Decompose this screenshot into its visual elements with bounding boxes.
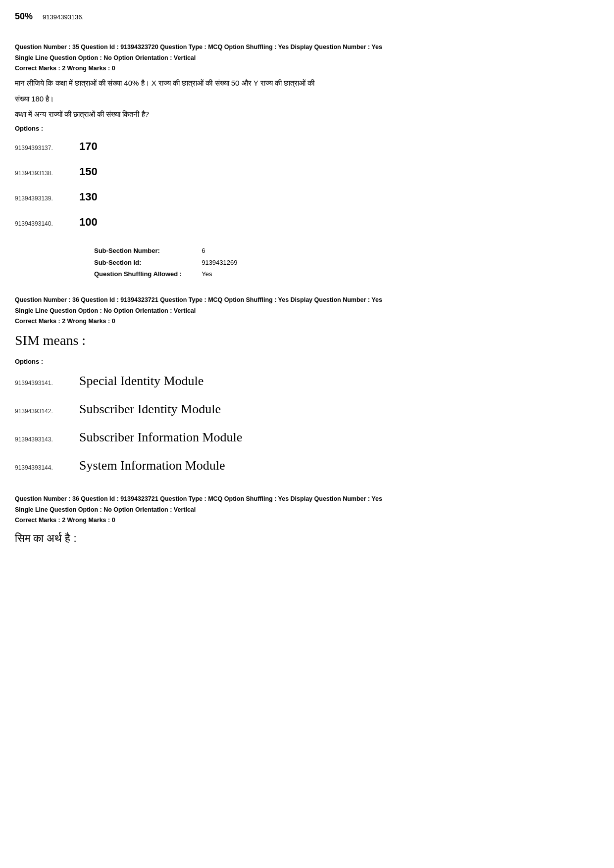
- option-36-4-value: System Information Module: [79, 456, 225, 475]
- option-36-2-value: Subscriber Identity Module: [79, 399, 221, 419]
- option-35-3: 91394393139. 130: [15, 189, 599, 205]
- option-35-3-id: 91394393139.: [15, 194, 74, 203]
- question-36-hi-correct-marks: Correct Marks : 2 Wrong Marks : 0: [15, 516, 599, 525]
- question-35-options-label: Options :: [15, 124, 599, 134]
- option-36-1-value: Special Identity Module: [79, 371, 204, 390]
- question-36-en-text: SIM means :: [15, 330, 599, 351]
- subsection-value2: 9139431269: [202, 257, 257, 269]
- subsection-block: Sub-Section Number: 6 Sub-Section Id: 91…: [94, 245, 599, 280]
- question-35-text-line2: संख्या 180 है।: [15, 93, 599, 105]
- option-36-4-id: 91394393144.: [15, 463, 74, 472]
- option-35-4-value: 100: [79, 214, 98, 230]
- option-35-1-id: 91394393137.: [15, 144, 74, 152]
- question-36-hi-meta-line2: Single Line Question Option : No Option …: [15, 505, 599, 515]
- question-36-en-correct-marks: Correct Marks : 2 Wrong Marks : 0: [15, 317, 599, 326]
- option-35-2-value: 150: [79, 163, 98, 180]
- option-36-4: 91394393144. System Information Module: [15, 456, 599, 475]
- percent-header: 50%: [15, 10, 33, 23]
- option-36-3-value: Subscriber Information Module: [79, 428, 242, 447]
- option-36-2-id: 91394393142.: [15, 407, 74, 416]
- question-36-hi-meta-line1: Question Number : 36 Question Id : 91394…: [15, 494, 599, 504]
- subsection-label3: Question Shuffling Allowed :: [94, 268, 202, 280]
- option-35-4-id: 91394393140.: [15, 219, 74, 228]
- option-35-2-id: 91394393138.: [15, 169, 74, 178]
- subsection-label2: Sub-Section Id:: [94, 257, 202, 269]
- option-35-3-value: 130: [79, 189, 98, 205]
- option-35-1-value: 170: [79, 138, 98, 154]
- option-35-2: 91394393138. 150: [15, 163, 599, 180]
- option-35-4: 91394393140. 100: [15, 214, 599, 230]
- question-36-en-meta-line1: Question Number : 36 Question Id : 91394…: [15, 295, 599, 305]
- question-36-hi-block: Question Number : 36 Question Id : 91394…: [15, 494, 599, 547]
- subsection-value1: 6: [202, 245, 257, 257]
- top-id: 91394393136.: [43, 12, 84, 22]
- option-36-1: 91394393141. Special Identity Module: [15, 371, 599, 390]
- option-36-3: 91394393143. Subscriber Information Modu…: [15, 428, 599, 447]
- question-35-text-line1: मान लीजिये कि कक्षा में छात्राओं की संख्…: [15, 77, 599, 90]
- option-36-2: 91394393142. Subscriber Identity Module: [15, 399, 599, 419]
- question-35-meta-line2: Single Line Question Option : No Option …: [15, 53, 599, 63]
- option-36-3-id: 91394393143.: [15, 435, 74, 444]
- question-35-text-line3: कक्षा में अन्य राज्यों की छात्राओं की सं…: [15, 108, 599, 121]
- question-36-hi-text: सिम का अर्थ है :: [15, 529, 599, 547]
- option-35-1: 91394393137. 170: [15, 138, 599, 154]
- question-36-en-block: Question Number : 36 Question Id : 91394…: [15, 295, 599, 475]
- option-36-1-id: 91394393141.: [15, 379, 74, 387]
- question-35-correct-marks: Correct Marks : 2 Wrong Marks : 0: [15, 64, 599, 73]
- subsection-label1: Sub-Section Number:: [94, 245, 202, 257]
- question-35-block: Question Number : 35 Question Id : 91394…: [15, 42, 599, 231]
- question-36-en-options-label: Options :: [15, 357, 599, 367]
- question-36-en-meta-line2: Single Line Question Option : No Option …: [15, 306, 599, 316]
- question-35-meta-line1: Question Number : 35 Question Id : 91394…: [15, 42, 599, 52]
- subsection-value3: Yes: [202, 268, 257, 280]
